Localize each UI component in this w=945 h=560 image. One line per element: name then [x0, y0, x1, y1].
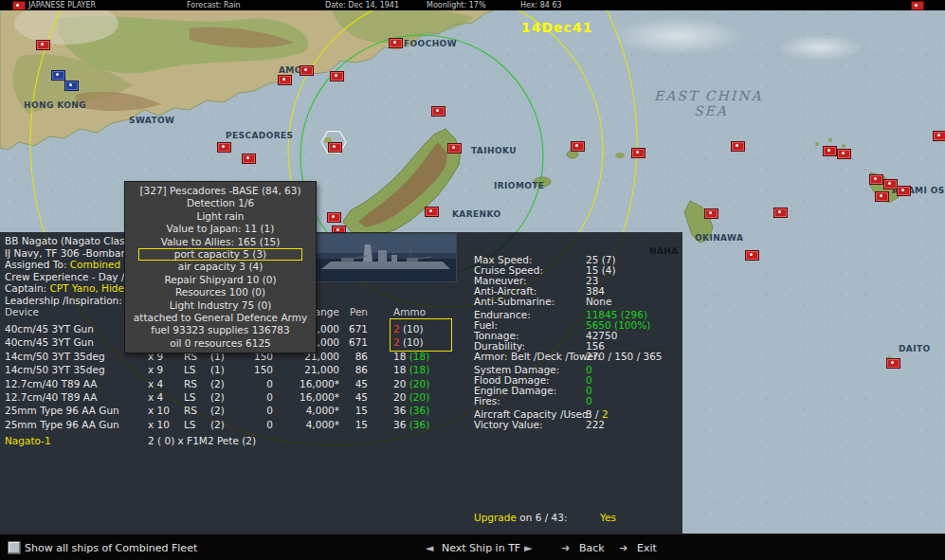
japanese-unit-icon[interactable]: [883, 179, 898, 190]
japanese-unit-icon[interactable]: [300, 65, 314, 76]
bottom-action-bar: Show all ships of Combined Fleet ◄ Next …: [0, 533, 945, 560]
map-label-hong-kong: HONG KONG: [24, 100, 86, 110]
stat-value: 270 / 150 / 365: [586, 351, 663, 362]
stat-row: Max Speed:25 (7): [474, 254, 682, 264]
tooltip-line: Resources 100 (0): [125, 286, 316, 298]
device-row: 12.7cm/40 T89 AAx 4LS(2)016,000*4520 (20…: [0, 391, 474, 405]
japanese-unit-icon[interactable]: [933, 131, 945, 141]
stat-row: Armor: Belt /Deck /Tower:270 / 150 / 365: [474, 351, 682, 361]
japanese-unit-icon[interactable]: [631, 148, 645, 158]
ship-info-panel: BB Nagato (Nagato Class) IJ Navy, TF 306…: [0, 232, 682, 533]
back-button[interactable]: Back: [579, 542, 605, 554]
game-screen: HONG KONGSWATOWAMOYFOOCHOWPESCADORESTAIH…: [0, 0, 945, 560]
aircraft-squadron-name[interactable]: Nagato-1: [5, 435, 51, 446]
device-armor: 0: [237, 405, 273, 416]
back-arrow-icon[interactable]: ➜: [561, 542, 570, 554]
device-armor: 0: [237, 378, 273, 389]
japanese-unit-icon[interactable]: [869, 174, 883, 185]
japanese-unit-icon[interactable]: [278, 75, 292, 85]
next-ship-icon[interactable]: ►: [524, 542, 532, 554]
device-ammo: 36 (36): [393, 419, 460, 430]
device-acc: (1): [210, 364, 239, 375]
japanese-unit-icon[interactable]: [823, 146, 837, 156]
japanese-unit-icon[interactable]: [886, 358, 900, 369]
tooltip-line: Value to Japan: 11 (1): [125, 223, 316, 235]
stat-label: Armor: Belt /Deck /Tower:: [474, 351, 601, 362]
stat-label: Victory Value:: [474, 419, 542, 430]
japanese-unit-icon[interactable]: [897, 186, 911, 196]
japanese-unit-icon[interactable]: [731, 141, 745, 152]
japanese-unit-icon[interactable]: [447, 143, 462, 154]
stat-row: Aircraft Capacity /Used:3 / 2: [474, 408, 682, 419]
stat-row: Endurance:11845 (296): [474, 309, 682, 319]
device-pen: 671: [341, 323, 368, 334]
japanese-unit-icon[interactable]: [875, 191, 889, 202]
sea-name-line1: EAST CHINA: [654, 88, 763, 103]
tooltip-line: port capacity 5 (3): [138, 248, 302, 261]
allied-unit-icon[interactable]: [51, 70, 65, 81]
exit-button[interactable]: Exit: [637, 542, 657, 554]
japanese-unit-icon[interactable]: [36, 40, 50, 50]
japanese-unit-icon[interactable]: [571, 141, 585, 152]
japanese-unit-icon[interactable]: [330, 71, 344, 81]
stat-row: Tonnage:42750: [474, 330, 682, 340]
tooltip-line: oil 0 resources 6125: [125, 337, 316, 350]
map-label-pescadores: PESCADORES: [226, 131, 293, 140]
device-pen: 86: [341, 364, 368, 375]
stat-row: Cruise Speed:15 (4): [474, 264, 682, 275]
stat-value: None: [586, 296, 611, 307]
device-range: 4,000*: [277, 419, 339, 430]
japanese-unit-icon[interactable]: [431, 106, 445, 117]
device-ammo: 2 (10): [393, 336, 460, 348]
device-row: 12.7cm/40 T89 AAx 4RS(2)016,000*4520 (20…: [0, 378, 474, 391]
japanese-unit-icon[interactable]: [773, 208, 788, 218]
upgrade-mid: on 6 / 43:: [519, 512, 567, 523]
exit-arrow-icon[interactable]: ➜: [619, 542, 627, 554]
tooltip-lines: [327] Pescadores -BASE (84, 63)Detection…: [125, 185, 316, 350]
device-armor: 0: [237, 419, 273, 430]
japanese-unit-icon[interactable]: [242, 154, 256, 164]
upgrade-line: Upgrade on 6 / 43: Yes: [474, 512, 682, 523]
stat-label: Anti-Submarine:: [474, 296, 554, 307]
japanese-unit-icon[interactable]: [328, 142, 342, 153]
stat-row: Fuel:5650 (100%): [474, 319, 682, 330]
prev-ship-icon[interactable]: ◄: [426, 542, 433, 554]
device-pen: 45: [341, 391, 368, 403]
device-range: 4,000*: [277, 405, 339, 416]
tooltip-line: [327] Pescadores -BASE (84, 63): [125, 185, 316, 197]
header-ammo: Ammo: [393, 306, 460, 317]
hex-label: Hex: 84 63: [520, 1, 562, 9]
japanese-unit-icon[interactable]: [217, 142, 231, 153]
ammo-max: (36): [406, 405, 429, 416]
device-number: x 4: [148, 391, 180, 403]
device-ammo: 18 (18): [393, 364, 460, 375]
device-arc: RS: [184, 378, 209, 389]
stat-row: Engine Damage:0: [474, 385, 682, 395]
device-pen: 15: [341, 419, 368, 430]
upgrade-label[interactable]: Upgrade: [474, 512, 517, 523]
tooltip-line: attached to General Defence Army: [125, 312, 316, 324]
device-range: 21,000: [277, 364, 339, 375]
tooltip-line: Value to Allies: 165 (15): [125, 236, 316, 248]
device-arc: LS: [184, 391, 209, 403]
ammo-current: 36: [393, 419, 406, 430]
stat-row: Victory Value:222: [474, 419, 682, 429]
show-all-ships-label[interactable]: Show all ships of Combined Fleet: [25, 542, 197, 554]
tooltip-line: Light rain: [125, 210, 316, 223]
ammo-max: (36): [406, 419, 429, 430]
device-number: x 10: [148, 419, 180, 430]
tooltip-line: Repair Shipyard 10 (0): [125, 274, 316, 286]
japanese-unit-icon[interactable]: [425, 207, 439, 217]
next-ship-label[interactable]: Next Ship in TF: [442, 542, 520, 554]
ammo-current: 2: [393, 336, 400, 348]
japanese-unit-icon[interactable]: [745, 250, 759, 261]
japanese-unit-icon[interactable]: [837, 149, 851, 159]
allied-unit-icon[interactable]: [64, 81, 79, 91]
japan-flag-icon: [12, 1, 26, 10]
japanese-unit-icon[interactable]: [389, 38, 403, 48]
stat-value: 222: [586, 419, 605, 430]
device-number: x 9: [148, 364, 180, 375]
japanese-unit-icon[interactable]: [327, 212, 341, 223]
show-all-ships-checkbox[interactable]: [8, 541, 21, 554]
japanese-unit-icon[interactable]: [704, 208, 718, 219]
